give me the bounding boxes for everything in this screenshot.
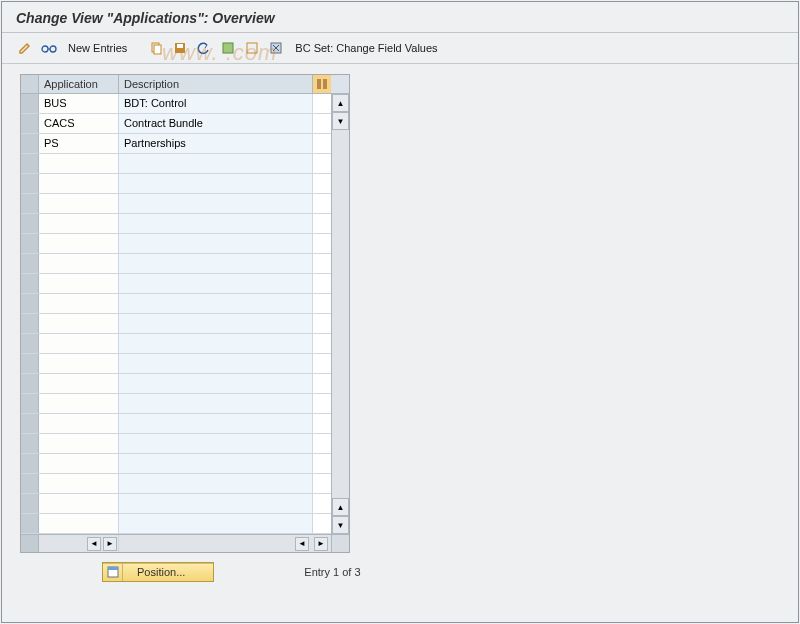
- change-icon[interactable]: [16, 39, 34, 57]
- cell-application[interactable]: [39, 314, 119, 333]
- cell-description[interactable]: [119, 274, 313, 293]
- table-row: [21, 274, 331, 294]
- svg-rect-9: [317, 79, 321, 89]
- cell-description[interactable]: [119, 414, 313, 433]
- cell-application[interactable]: [39, 274, 119, 293]
- cell-description[interactable]: [119, 154, 313, 173]
- cell-application[interactable]: [39, 154, 119, 173]
- horizontal-scrollbar[interactable]: ◄ ► ◄ ►: [21, 534, 349, 552]
- table-row: [21, 154, 331, 174]
- cell-description[interactable]: [119, 314, 313, 333]
- row-selector[interactable]: [21, 474, 39, 493]
- cell-description[interactable]: [119, 214, 313, 233]
- table-row: [21, 294, 331, 314]
- cell-description[interactable]: [119, 254, 313, 273]
- row-selector[interactable]: [21, 194, 39, 213]
- table-row: [21, 334, 331, 354]
- row-selector[interactable]: [21, 254, 39, 273]
- cell-description[interactable]: [119, 234, 313, 253]
- cell-description[interactable]: Partnerships: [119, 134, 313, 153]
- applications-table: Application Description BUSBDT: ControlC…: [20, 74, 350, 553]
- cell-application[interactable]: [39, 174, 119, 193]
- scroll-track[interactable]: [332, 130, 349, 498]
- cell-description[interactable]: [119, 454, 313, 473]
- glasses-icon[interactable]: [40, 39, 58, 57]
- cell-description[interactable]: [119, 514, 313, 533]
- select-all-icon[interactable]: [219, 39, 237, 57]
- hscroll-right2-icon[interactable]: ►: [314, 537, 328, 551]
- vertical-scrollbar[interactable]: ▲ ▼ ▲ ▼: [331, 94, 349, 534]
- cell-application[interactable]: [39, 414, 119, 433]
- cell-application[interactable]: [39, 254, 119, 273]
- row-selector[interactable]: [21, 274, 39, 293]
- cell-description[interactable]: [119, 434, 313, 453]
- table-settings-icon[interactable]: [313, 75, 331, 93]
- row-selector[interactable]: [21, 374, 39, 393]
- cell-application[interactable]: [39, 434, 119, 453]
- scroll-up2-icon[interactable]: ▲: [332, 498, 349, 516]
- cell-description[interactable]: [119, 334, 313, 353]
- cell-application[interactable]: CACS: [39, 114, 119, 133]
- cell-application[interactable]: [39, 454, 119, 473]
- undo-icon[interactable]: [195, 39, 213, 57]
- scroll-up-icon[interactable]: ▲: [332, 94, 349, 112]
- cell-application[interactable]: [39, 194, 119, 213]
- hscroll-left-icon[interactable]: ◄: [87, 537, 101, 551]
- cell-description[interactable]: [119, 194, 313, 213]
- cell-application[interactable]: [39, 354, 119, 373]
- cell-application[interactable]: [39, 214, 119, 233]
- save-icon[interactable]: [171, 39, 189, 57]
- row-selector[interactable]: [21, 334, 39, 353]
- row-selector[interactable]: [21, 314, 39, 333]
- row-selector[interactable]: [21, 414, 39, 433]
- row-selector[interactable]: [21, 294, 39, 313]
- cell-application[interactable]: BUS: [39, 94, 119, 113]
- bc-set-button[interactable]: BC Set: Change Field Values: [291, 42, 441, 54]
- cell-application[interactable]: [39, 234, 119, 253]
- cell-application[interactable]: [39, 514, 119, 533]
- row-selector[interactable]: [21, 154, 39, 173]
- row-selector[interactable]: [21, 174, 39, 193]
- cell-application[interactable]: PS: [39, 134, 119, 153]
- hscroll-right-icon[interactable]: ►: [103, 537, 117, 551]
- cell-description[interactable]: [119, 374, 313, 393]
- cell-description[interactable]: [119, 354, 313, 373]
- row-selector[interactable]: [21, 394, 39, 413]
- cell-description[interactable]: [119, 494, 313, 513]
- position-button[interactable]: Position...: [102, 562, 214, 582]
- row-selector[interactable]: [21, 94, 39, 113]
- row-selector[interactable]: [21, 234, 39, 253]
- cell-application[interactable]: [39, 494, 119, 513]
- row-selector[interactable]: [21, 134, 39, 153]
- copy-icon[interactable]: [147, 39, 165, 57]
- row-selector[interactable]: [21, 214, 39, 233]
- cell-description[interactable]: Contract Bundle: [119, 114, 313, 133]
- row-selector[interactable]: [21, 454, 39, 473]
- cell-description[interactable]: BDT: Control: [119, 94, 313, 113]
- row-selector[interactable]: [21, 494, 39, 513]
- cell-description[interactable]: [119, 294, 313, 313]
- hscroll-left2-icon[interactable]: ◄: [295, 537, 309, 551]
- column-application[interactable]: Application: [39, 75, 119, 93]
- select-all-header[interactable]: [21, 75, 39, 93]
- deselect-all-icon[interactable]: [243, 39, 261, 57]
- cell-application[interactable]: [39, 294, 119, 313]
- cell-description[interactable]: [119, 474, 313, 493]
- row-selector[interactable]: [21, 434, 39, 453]
- row-selector[interactable]: [21, 114, 39, 133]
- cell-application[interactable]: [39, 394, 119, 413]
- page-title: Change View "Applications": Overview: [16, 10, 784, 26]
- scroll-down2-icon[interactable]: ▼: [332, 516, 349, 534]
- column-description[interactable]: Description: [119, 75, 313, 93]
- scroll-down-icon[interactable]: ▼: [332, 112, 349, 130]
- row-selector[interactable]: [21, 514, 39, 533]
- delete-icon[interactable]: [267, 39, 285, 57]
- cell-application[interactable]: [39, 374, 119, 393]
- table-row: [21, 474, 331, 494]
- row-selector[interactable]: [21, 354, 39, 373]
- cell-description[interactable]: [119, 174, 313, 193]
- cell-application[interactable]: [39, 474, 119, 493]
- new-entries-button[interactable]: New Entries: [64, 42, 131, 54]
- cell-description[interactable]: [119, 394, 313, 413]
- cell-application[interactable]: [39, 334, 119, 353]
